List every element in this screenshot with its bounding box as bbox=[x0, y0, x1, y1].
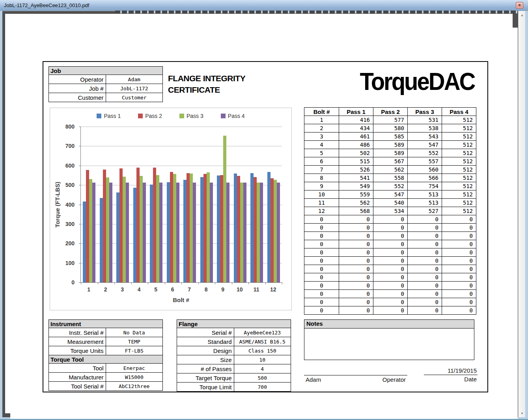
date-block: 11/19/2015 Date bbox=[424, 367, 478, 383]
bar-bolt11-pass1 bbox=[250, 173, 254, 283]
value-cell: 526 bbox=[339, 166, 373, 174]
y-tick-mark bbox=[79, 243, 81, 244]
value-cell: 0 bbox=[442, 290, 476, 298]
field-label: # of Passes bbox=[177, 364, 234, 373]
value-cell: 552 bbox=[373, 182, 408, 190]
y-tick-label: 600 bbox=[65, 162, 75, 169]
value-cell: 0 bbox=[442, 265, 476, 273]
kv-row: # of Passes4 bbox=[177, 364, 291, 373]
y-tick-label: 700 bbox=[65, 143, 75, 149]
document-page: JobOperatorAdamJob #JobL-1172CustomerCus… bbox=[10, 28, 518, 420]
results-row: 00000 bbox=[304, 306, 476, 315]
value-cell: 559 bbox=[339, 190, 373, 199]
x-axis-title: Bolt # bbox=[80, 297, 282, 303]
value-cell: 0 bbox=[373, 282, 408, 290]
bolt-cell: 0 bbox=[304, 248, 339, 257]
bar-bolt3-pass4 bbox=[126, 183, 129, 282]
kv-row: Size10 bbox=[177, 355, 291, 364]
bar-bolt6-pass1 bbox=[167, 182, 170, 282]
field-label: Customer bbox=[49, 93, 106, 102]
value-cell: 577 bbox=[373, 116, 408, 124]
field-label: Tool bbox=[49, 364, 106, 373]
x-tick-label: 10 bbox=[237, 286, 243, 293]
section-header-row: Instrument bbox=[49, 320, 163, 328]
bolt-cell: 11 bbox=[304, 199, 339, 207]
value-cell: 0 bbox=[373, 306, 408, 315]
legend-swatch-icon bbox=[138, 114, 143, 118]
scroll-down-button[interactable]: ▼ bbox=[519, 410, 525, 416]
legend-label: Pass 3 bbox=[187, 113, 203, 119]
bolt-cell: 4 bbox=[304, 141, 339, 149]
value-cell: 513 bbox=[408, 190, 442, 199]
value-cell: 434 bbox=[339, 124, 373, 133]
results-row: 2434580538512 bbox=[304, 124, 476, 133]
results-row: 1416577531512 bbox=[304, 116, 476, 124]
flange-table: FlangeSerial #AyeBeeCee123StandardASME/A… bbox=[177, 319, 291, 392]
value-cell: 0 bbox=[373, 232, 408, 240]
results-row: 00000 bbox=[304, 215, 476, 224]
results-header-cell: Pass 1 bbox=[339, 108, 373, 116]
section-title: Job bbox=[49, 67, 163, 75]
kv-row: Torque UnitsFT-LBS bbox=[49, 346, 163, 355]
bar-bolt2-pass3 bbox=[106, 177, 109, 282]
legend-swatch-icon bbox=[179, 114, 184, 118]
close-icon: ✕ bbox=[518, 4, 521, 7]
signature-line bbox=[304, 375, 407, 375]
signature-name-label: Operator bbox=[382, 376, 406, 383]
notes-title: Notes bbox=[304, 320, 474, 329]
field-value: 500 bbox=[234, 373, 291, 383]
results-row: 12568534527512 bbox=[304, 207, 476, 215]
scroll-up-button[interactable]: ▲ bbox=[519, 12, 525, 18]
gridline bbox=[81, 127, 282, 127]
bar-bolt4-pass4 bbox=[143, 183, 146, 282]
field-value: Class 150 bbox=[234, 346, 291, 355]
value-cell: 0 bbox=[339, 282, 373, 290]
torquedac-logo: TorqueDAC bbox=[356, 67, 479, 95]
value-cell: 512 bbox=[442, 149, 476, 157]
value-cell: 513 bbox=[408, 199, 442, 207]
bar-bolt11-pass3 bbox=[257, 183, 260, 282]
x-tick-mark bbox=[81, 282, 81, 284]
vertical-scrollbar[interactable]: ▲ ▼ bbox=[518, 11, 525, 417]
bolt-cell: 0 bbox=[304, 215, 339, 224]
bolt-cell: 0 bbox=[304, 224, 339, 232]
legend-label: Pass 4 bbox=[228, 113, 245, 119]
value-cell: 527 bbox=[408, 207, 442, 215]
value-cell: 0 bbox=[373, 290, 408, 298]
value-cell: 0 bbox=[408, 215, 442, 224]
value-cell: 512 bbox=[442, 166, 476, 174]
certificate-heading-line2: CERTIFICATE bbox=[168, 84, 245, 95]
legend-item-pass-3: Pass 3 bbox=[179, 113, 203, 119]
y-tick-mark bbox=[79, 205, 81, 205]
y-tick-label: 400 bbox=[65, 202, 75, 208]
close-button[interactable]: ✕ bbox=[516, 2, 523, 9]
value-cell: 0 bbox=[339, 273, 373, 282]
section-title: Torque Tool bbox=[49, 355, 163, 364]
value-cell: 0 bbox=[373, 248, 408, 257]
value-cell: 0 bbox=[339, 290, 373, 298]
bolt-cell: 0 bbox=[304, 273, 339, 282]
selection-ants-border bbox=[115, 11, 518, 13]
value-cell: 0 bbox=[408, 265, 442, 273]
document-frame: JobOperatorAdamJob #JobL-1172CustomerCus… bbox=[2, 11, 518, 417]
value-cell: 0 bbox=[408, 240, 442, 248]
field-label: Serial # bbox=[177, 328, 234, 337]
value-cell: 486 bbox=[339, 141, 373, 149]
window-titlebar[interactable]: JobL-1172_AyeBeeCee123_0010.pdf ✕ bbox=[0, 0, 528, 11]
x-tick-mark bbox=[114, 282, 115, 284]
value-cell: 0 bbox=[373, 298, 408, 306]
gridline bbox=[81, 166, 282, 166]
signature-date: 11/19/2015 bbox=[424, 367, 478, 375]
results-row: 00000 bbox=[304, 282, 476, 290]
value-cell: 549 bbox=[339, 182, 373, 190]
field-value: Enerpac bbox=[106, 364, 163, 373]
bar-bolt12-pass4 bbox=[277, 183, 280, 282]
value-cell: 567 bbox=[373, 157, 408, 166]
bar-bolt5-pass4 bbox=[159, 183, 162, 282]
value-cell: 0 bbox=[408, 224, 442, 232]
y-tick-mark bbox=[79, 224, 81, 224]
kv-row: Tool Serial #AbC12three bbox=[49, 382, 163, 391]
bar-bolt1-pass3 bbox=[89, 179, 92, 282]
x-tick-mark bbox=[165, 282, 165, 284]
value-cell: 0 bbox=[373, 215, 408, 224]
